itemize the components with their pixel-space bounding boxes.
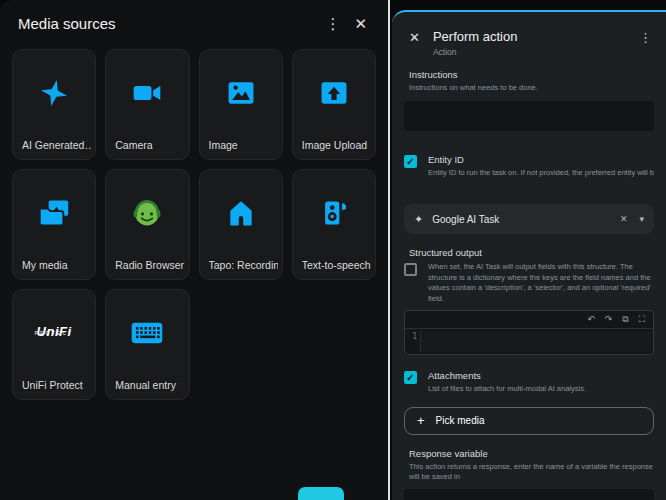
chevron-down-icon[interactable]: ▾ [632, 212, 644, 226]
media-source-label: Image Upload [302, 139, 371, 151]
media-source-label: Camera [115, 139, 184, 151]
perform-action-sheet: ✕ Perform action Action ⋮ Instructions I… [392, 10, 666, 500]
radio-browser-icon [131, 197, 163, 229]
copy-icon[interactable]: ⧉ [622, 314, 628, 325]
pick-media-button[interactable]: + Pick media [404, 407, 654, 435]
editor-body: 1 [405, 329, 653, 354]
media-sources-dialog: Media sources ⋮ ✕ AI Generated… Camera [0, 0, 390, 500]
action-sheet-content: Instructions Instructions on what needs … [392, 65, 666, 500]
structured-output-label: Structured output [404, 247, 654, 258]
entity-id-text: Entity ID Entity ID to run the task on. … [428, 154, 654, 179]
dialog-title: Media sources [18, 15, 318, 32]
page-title: Perform action [433, 29, 633, 44]
instructions-label: Instructions [404, 69, 654, 80]
media-source-text-to-speech[interactable]: Text-to-speech [292, 169, 376, 280]
instructions-input[interactable] [404, 101, 654, 131]
media-source-my-media[interactable]: My media [12, 169, 96, 280]
overflow-menu-icon[interactable]: ⋮ [318, 14, 347, 33]
entity-id-helper: Entity ID to run the task on. If not pro… [428, 168, 654, 179]
pick-media-label: Pick media [436, 415, 485, 426]
ai-sparkle-icon [38, 77, 70, 109]
entity-combobox-value: Google AI Task [432, 214, 615, 225]
media-folder-icon [37, 197, 71, 229]
attachments-row: ✓ Attachments List of files to attach fo… [404, 370, 654, 395]
media-source-image-upload[interactable]: Image Upload [292, 49, 376, 160]
editor-toolbar: ↶ ↷ ⧉ ⛶ [405, 311, 653, 329]
attachments-label: Attachments [428, 370, 654, 381]
response-variable-helper: This action returns a response, enter th… [404, 462, 654, 483]
media-player-peek[interactable] [298, 487, 344, 500]
attachments-text: Attachments List of files to attach for … [428, 370, 654, 395]
media-source-label: My media [22, 259, 91, 271]
editor-line-number: 1 [405, 329, 420, 354]
media-source-label: Manual entry [115, 379, 184, 391]
integration-sparkle-icon: ✦ [414, 213, 423, 226]
speaker-icon [318, 197, 350, 229]
media-source-manual-entry[interactable]: Manual entry [105, 289, 189, 400]
media-source-unifi-protect[interactable]: UniFi PROTECT UniFi Protect [12, 289, 96, 400]
media-source-ai-generated[interactable]: AI Generated… [12, 49, 96, 160]
media-source-image[interactable]: Image [199, 49, 283, 160]
media-source-camera[interactable]: Camera [105, 49, 189, 160]
structured-output-row: When set, the AI Task will output fields… [404, 262, 654, 304]
editor-code-area[interactable] [420, 331, 651, 352]
screen: Media sources ⋮ ✕ AI Generated… Camera [0, 0, 666, 500]
structured-output-section: Structured output When set, the AI Task … [404, 247, 654, 355]
media-source-tapo-recordings[interactable]: Tapo: Recordings [199, 169, 283, 280]
image-icon [225, 77, 257, 109]
media-source-label: AI Generated… [22, 139, 91, 151]
entity-combobox[interactable]: ✦ Google AI Task ✕ ▾ [404, 204, 654, 234]
redo-icon[interactable]: ↷ [605, 314, 613, 325]
close-icon[interactable]: ✕ [404, 27, 425, 48]
structured-output-helper: When set, the AI Task will output fields… [428, 262, 654, 304]
image-upload-icon [318, 77, 350, 109]
response-variable-section: Response variable This action returns a … [404, 448, 654, 500]
media-source-label: Tapo: Recordings [209, 259, 278, 271]
page-subtitle: Action [433, 47, 633, 57]
plus-icon: + [417, 414, 425, 427]
media-source-grid: AI Generated… Camera Image Image Upload [0, 41, 388, 408]
entity-id-label: Entity ID [428, 154, 654, 165]
camera-icon [131, 77, 163, 109]
media-source-radio-browser[interactable]: Radio Browser [105, 169, 189, 280]
keyboard-icon [130, 319, 164, 347]
entity-id-row: ✓ Entity ID Entity ID to run the task on… [404, 154, 654, 179]
overflow-menu-icon[interactable]: ⋮ [633, 27, 658, 48]
media-source-label: Image [209, 139, 278, 151]
close-icon[interactable]: ✕ [347, 14, 374, 33]
media-source-label: Radio Browser [115, 259, 184, 271]
undo-icon[interactable]: ↶ [587, 314, 595, 325]
select-all-icon[interactable]: ⛶ [639, 314, 645, 325]
clear-icon[interactable]: ✕ [615, 212, 633, 226]
response-variable-label: Response variable [404, 448, 654, 459]
attachments-checkbox[interactable]: ✓ [404, 371, 417, 384]
yaml-editor: ↶ ↷ ⧉ ⛶ 1 [404, 310, 654, 355]
instructions-helper: Instructions on what needs to be done. [404, 83, 654, 94]
media-source-label: UniFi Protect [22, 379, 91, 391]
action-sheet-header: ✕ Perform action Action ⋮ [392, 12, 666, 65]
entity-id-checkbox[interactable]: ✓ [404, 155, 417, 168]
response-variable-input[interactable] [404, 489, 654, 500]
unifi-protect-logo: UniFi PROTECT [35, 332, 74, 334]
attachments-helper: List of files to attach for multi-modal … [428, 384, 654, 395]
action-sheet-titles: Perform action Action [433, 27, 633, 57]
tapo-house-icon [225, 197, 257, 229]
media-dialog-header: Media sources ⋮ ✕ [0, 0, 388, 41]
structured-output-checkbox[interactable] [404, 263, 417, 276]
media-source-label: Text-to-speech [302, 259, 371, 271]
